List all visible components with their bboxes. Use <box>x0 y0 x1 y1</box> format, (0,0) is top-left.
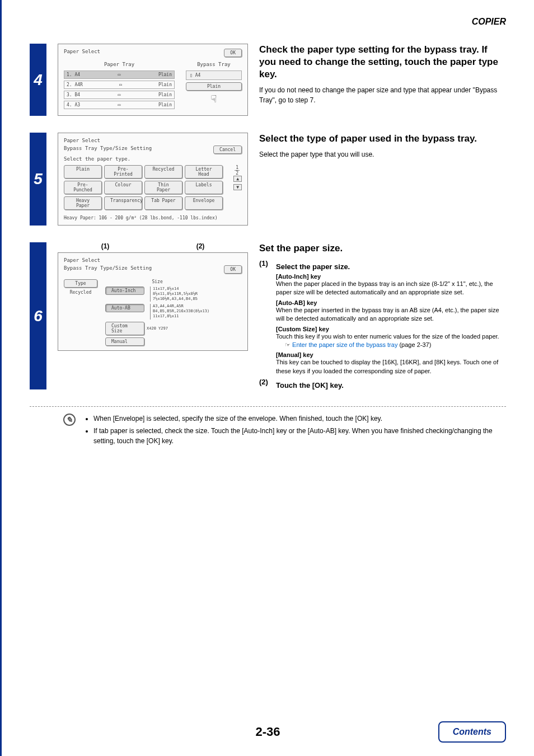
step-4: 4 Paper Select OK Paper Tray 1. A4▭Plain… <box>30 44 506 116</box>
paper-size-panel: Paper Select Bypass Tray Type/Size Setti… <box>58 252 248 351</box>
type-btn[interactable]: Transparency <box>104 196 142 210</box>
custom-size-value: X420 Y297 <box>147 326 168 331</box>
ab-sizes: A3,A4,A4R,A5R B4,B5,B5R,216x330(8½x13) 1… <box>150 304 209 319</box>
tip-item: When [Envelope] is selected, specify the… <box>93 414 506 424</box>
tray-row[interactable]: 2. A4R▭Plain <box>64 81 175 89</box>
substep-heading: Touch the [OK] key. <box>276 381 506 389</box>
step-number-4: 4 <box>30 44 46 116</box>
cross-ref-link[interactable]: Enter the paper size of the bypass tray <box>292 341 397 348</box>
section-header: COPIER <box>30 17 506 27</box>
page: COPIER 4 Paper Select OK Paper Tray 1. A… <box>0 0 534 756</box>
type-btn[interactable]: Tab Paper <box>144 196 182 210</box>
key-label: [Custom Size] key <box>276 326 506 332</box>
scroll-down-button[interactable]: ▼ <box>233 184 242 190</box>
key-label: [Auto-AB] key <box>276 299 506 306</box>
screenshot-5: Paper Select Bypass Tray Type/Size Setti… <box>58 133 248 226</box>
bypass-type-button[interactable]: Plain <box>186 82 242 91</box>
panel-prompt: Select the paper type. <box>64 156 242 162</box>
type-value: Recycled <box>64 290 97 295</box>
paper-select-panel: Paper Select OK Paper Tray 1. A4▭Plain 2… <box>58 44 248 116</box>
step-5-text: Select the type of paper used in the byp… <box>259 133 506 226</box>
size-label: Size <box>105 279 209 284</box>
step-number-6: 6 <box>30 242 46 389</box>
panel-title: Paper Select <box>64 49 100 57</box>
step-number-5: 5 <box>30 133 46 226</box>
panel-subtitle: Bypass Tray Type/Size Setting <box>64 145 152 154</box>
step-6-text: Set the paper size. (1) Select the paper… <box>259 242 506 389</box>
type-btn[interactable]: Letter Head <box>185 165 223 179</box>
panel-subtitle: Bypass Tray Type/Size Setting <box>64 265 152 274</box>
type-btn[interactable]: Pre-Printed <box>104 165 142 179</box>
key-desc: When the paper placed in the bypass tray… <box>276 280 506 297</box>
page-total: 2 <box>236 171 238 176</box>
tip-block: ✎ When [Envelope] is selected, specify t… <box>30 414 506 448</box>
step-title: Check the paper type setting for the byp… <box>259 44 506 81</box>
paper-type-panel: Paper Select Bypass Tray Type/Size Setti… <box>58 133 248 226</box>
separator <box>30 406 506 407</box>
auto-inch-button[interactable]: Auto-Inch <box>105 287 144 295</box>
panel-title: Paper Select <box>64 138 242 143</box>
screenshot-6: (1) (2) Paper Select Bypass Tray Type/Si… <box>58 242 248 389</box>
step-5: 5 Paper Select Bypass Tray Type/Size Set… <box>30 133 506 226</box>
substep-num: (2) <box>259 378 271 389</box>
bypass-size: ▯ A4 <box>186 71 242 80</box>
auto-ab-button[interactable]: Auto-AB <box>105 304 144 312</box>
cancel-button[interactable]: Cancel <box>213 145 242 154</box>
page-indicator: 1 <box>235 165 240 171</box>
type-btn[interactable]: Heavy Paper <box>64 196 102 210</box>
callout-2: (2) <box>196 242 205 250</box>
page-number: 2-36 <box>255 725 280 739</box>
type-btn[interactable]: Thin Paper <box>144 181 182 194</box>
heavy-paper-note: Heavy Paper: 106 - 200 g/m² (28 lbs.bond… <box>64 215 242 220</box>
type-btn[interactable]: Plain <box>64 165 102 179</box>
key-desc: When the paper inserted in the bypass tr… <box>276 306 506 323</box>
cross-ref-page: (page 2-37) <box>397 341 431 348</box>
type-btn[interactable]: Pre-Punched <box>64 181 102 194</box>
ok-button[interactable]: OK <box>224 49 242 57</box>
type-btn[interactable]: Colour <box>104 181 142 194</box>
substep-heading: Select the paper size. <box>276 262 506 271</box>
step-6: 6 (1) (2) Paper Select Bypass Tray Type/… <box>30 242 506 389</box>
custom-size-button[interactable]: Custom Size <box>105 322 144 335</box>
key-label: [Auto-Inch] key <box>276 273 506 280</box>
substep-num: (1) <box>259 259 271 375</box>
callout-1: (1) <box>101 242 110 250</box>
type-btn[interactable]: Labels <box>185 181 223 194</box>
scroll-up-button[interactable]: ▲ <box>233 176 242 182</box>
step-body: If you do not need to change the paper s… <box>259 85 506 105</box>
key-desc: This key can be touched to display the [… <box>276 358 506 375</box>
type-btn[interactable]: Recycled <box>144 165 182 179</box>
manual-button[interactable]: Manual <box>105 337 144 346</box>
step-title: Select the type of paper used in the byp… <box>259 133 506 145</box>
tip-item: If tab paper is selected, check the size… <box>93 426 506 446</box>
step-body: Select the paper type that you will use. <box>259 149 506 159</box>
type-button[interactable]: Type <box>64 279 97 288</box>
type-btn[interactable]: Envelope <box>185 196 223 210</box>
paper-tray-heading: Paper Tray <box>64 62 175 67</box>
panel-title: Paper Select <box>64 257 242 263</box>
key-desc: Touch this key if you wish to enter nume… <box>276 332 506 341</box>
contents-button[interactable]: Contents <box>438 721 506 743</box>
paper-type-grid: Plain Pre-Printed Recycled Letter Head P… <box>64 165 229 210</box>
step-title: Set the paper size. <box>259 242 506 255</box>
tray-row[interactable]: 4. A3▭Plain <box>64 101 175 109</box>
pointer-icon: ☟ <box>186 93 242 105</box>
ok-button[interactable]: OK <box>224 265 242 274</box>
screenshot-4: Paper Select OK Paper Tray 1. A4▭Plain 2… <box>58 44 248 116</box>
tray-row[interactable]: 3. B4▭Plain <box>64 91 175 99</box>
bypass-tray-heading: Bypass Tray <box>186 62 242 67</box>
note-icon: ✎ <box>63 414 76 426</box>
tray-row[interactable]: 1. A4▭Plain <box>64 71 175 79</box>
step-4-text: Check the paper type setting for the byp… <box>259 44 506 116</box>
key-label: [Manual] key <box>276 351 506 358</box>
page-footer: 2-36 Contents <box>2 725 534 739</box>
inch-sizes: 11x17,8½x14 8½x11,8½x11R,5½x8½R 7¼x10½R,… <box>150 287 198 302</box>
